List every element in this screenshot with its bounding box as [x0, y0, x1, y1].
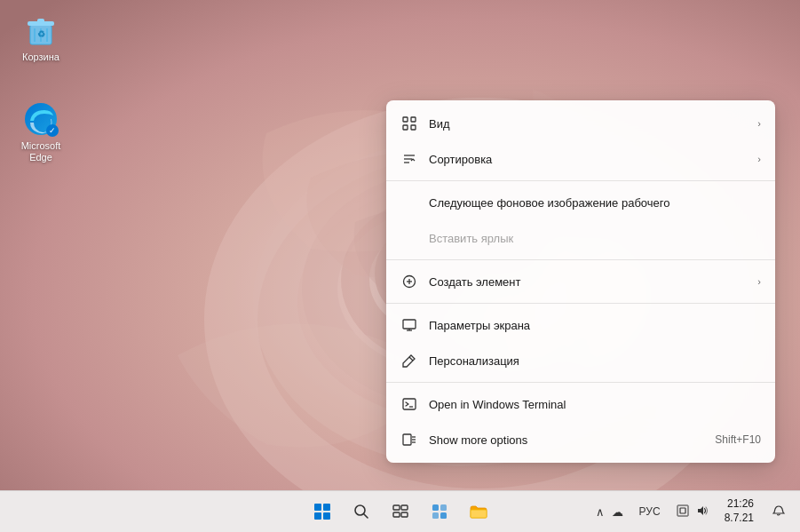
- view-chevron: ›: [757, 118, 761, 129]
- separator-3: [386, 303, 775, 304]
- network-icon[interactable]: [675, 503, 691, 521]
- task-view-button[interactable]: [383, 494, 418, 529]
- svg-rect-17: [411, 117, 416, 122]
- widgets-button[interactable]: [422, 494, 457, 529]
- tray-system-icons[interactable]: [668, 503, 717, 521]
- svg-text:♻: ♻: [37, 29, 45, 39]
- tray-language: РУС: [639, 505, 661, 518]
- taskbar-center: [305, 494, 496, 529]
- menu-item-more-options[interactable]: Show more options Shift+F10: [386, 422, 775, 457]
- notification-icon: [772, 505, 785, 518]
- desktop: ♻ Корзина: [0, 0, 800, 490]
- menu-item-personalize[interactable]: Персонализация: [386, 343, 775, 378]
- svg-rect-43: [440, 504, 447, 511]
- search-button[interactable]: [344, 494, 379, 529]
- task-view-icon: [392, 504, 408, 520]
- view-label: Вид: [429, 117, 757, 131]
- svg-rect-19: [411, 125, 416, 130]
- display-icon: [400, 316, 418, 334]
- tray-icons[interactable]: ∧ ☁: [587, 504, 632, 520]
- svg-rect-40: [393, 512, 400, 517]
- clock-date: 8.7.21: [725, 512, 754, 526]
- file-explorer-icon: [470, 504, 487, 520]
- create-icon: [400, 273, 418, 290]
- recycle-bin-icon[interactable]: ♻ Корзина: [9, 9, 73, 67]
- menu-item-view[interactable]: Вид ›: [386, 106, 775, 141]
- next-bg-label: Следующее фоновое изображение рабочего: [429, 196, 761, 210]
- clock-area[interactable]: 21:26 8.7.21: [717, 497, 761, 525]
- sort-icon: [400, 150, 418, 168]
- pencil-icon: [400, 352, 418, 369]
- tray-chevron[interactable]: ∧: [594, 504, 606, 520]
- file-explorer-button[interactable]: [461, 494, 496, 529]
- terminal-label: Open in Windows Terminal: [429, 398, 761, 411]
- svg-line-29: [409, 357, 413, 361]
- svg-rect-48: [677, 505, 688, 516]
- tray-lang-area[interactable]: РУС: [632, 505, 668, 518]
- svg-rect-47: [680, 508, 685, 513]
- menu-item-create[interactable]: Создать элемент ›: [386, 264, 775, 299]
- context-menu: Вид › Сортировка › Следующее фоновое изо…: [386, 100, 775, 463]
- menu-item-next-bg[interactable]: Следующее фоновое изображение рабочего: [386, 185, 775, 220]
- sort-label: Сортировка: [429, 153, 757, 166]
- svg-line-37: [363, 514, 368, 519]
- svg-rect-18: [403, 125, 408, 130]
- separator-1: [386, 180, 775, 181]
- more-options-shortcut: Shift+F10: [715, 433, 761, 446]
- recycle-bin-svg: ♻: [23, 12, 59, 48]
- notification-center-button[interactable]: [761, 494, 796, 529]
- clock-time: 21:26: [727, 497, 754, 512]
- menu-item-paste-shortcut: Вставить ярлык: [386, 220, 775, 256]
- separator-4: [386, 382, 775, 383]
- separator-2: [386, 259, 775, 260]
- menu-item-display[interactable]: Параметры экрана: [386, 307, 775, 343]
- edge-label: Microsoft Edge: [12, 140, 69, 163]
- view-icon: [400, 115, 418, 132]
- menu-item-sort[interactable]: Сортировка ›: [386, 141, 775, 177]
- personalize-label: Персонализация: [429, 354, 761, 368]
- svg-rect-44: [432, 512, 439, 519]
- start-button[interactable]: [305, 494, 340, 529]
- svg-rect-45: [440, 512, 447, 519]
- tray-cloud-icon[interactable]: ☁: [610, 504, 625, 520]
- svg-rect-38: [393, 505, 400, 510]
- edge-icon-image: ✓: [23, 101, 59, 137]
- next-bg-icon: [400, 194, 418, 211]
- svg-rect-26: [403, 320, 416, 329]
- svg-rect-46: [471, 510, 487, 518]
- terminal-icon: [400, 395, 418, 413]
- edge-icon[interactable]: ✓ Microsoft Edge: [9, 98, 73, 167]
- more-options-icon: [400, 431, 418, 449]
- search-icon: [353, 504, 369, 520]
- sort-chevron: ›: [757, 154, 761, 164]
- more-options-label: Show more options: [429, 433, 715, 447]
- volume-icon[interactable]: [694, 503, 710, 521]
- menu-item-terminal[interactable]: Open in Windows Terminal: [386, 386, 775, 422]
- windows-logo: [314, 504, 330, 520]
- recycle-bin-image: ♻: [23, 12, 59, 48]
- paste-shortcut-label: Вставить ярлык: [429, 232, 761, 245]
- taskbar-tray: ∧ ☁ РУС 21:26 8.7.21: [587, 491, 800, 532]
- edge-badge: ✓: [46, 124, 59, 137]
- svg-rect-41: [401, 512, 408, 517]
- display-label: Параметры экрана: [429, 319, 761, 332]
- recycle-bin-label: Корзина: [22, 52, 59, 63]
- svg-rect-16: [403, 117, 408, 122]
- svg-rect-32: [403, 434, 411, 445]
- widgets-icon: [432, 504, 448, 520]
- svg-rect-39: [401, 505, 408, 510]
- svg-rect-10: [37, 19, 44, 23]
- paste-shortcut-icon: [400, 229, 418, 247]
- svg-rect-30: [403, 399, 416, 409]
- create-label: Создать элемент: [429, 275, 757, 289]
- svg-rect-42: [432, 504, 439, 511]
- taskbar: ∧ ☁ РУС 21:26 8.7.21: [0, 490, 800, 532]
- create-chevron: ›: [757, 276, 761, 287]
